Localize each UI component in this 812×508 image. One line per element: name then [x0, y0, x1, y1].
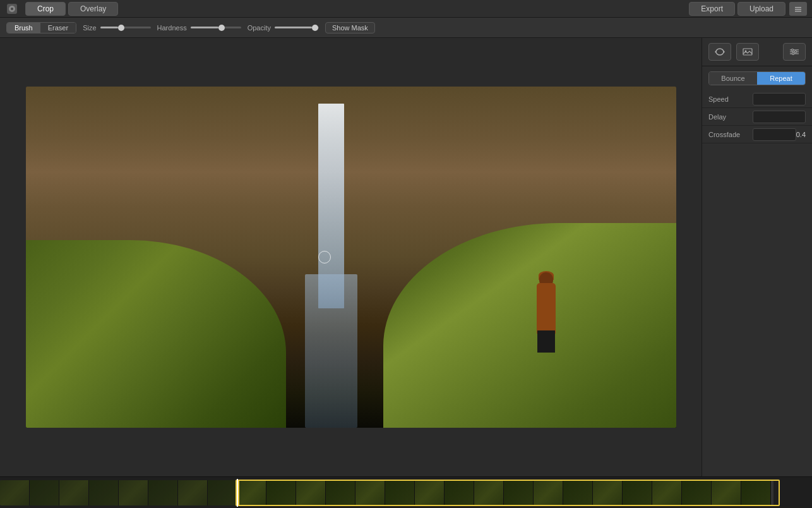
window-control[interactable] [789, 2, 807, 16]
scene [26, 87, 676, 428]
person-legs [537, 330, 555, 353]
film-frame [296, 480, 326, 505]
size-track[interactable] [100, 27, 151, 28]
film-frame [682, 480, 712, 505]
svg-rect-5 [795, 11, 801, 12]
hardness-track[interactable] [191, 27, 241, 28]
delay-label: Delay [708, 113, 753, 121]
loop-icon-button[interactable] [708, 43, 731, 61]
svg-rect-8 [743, 49, 752, 55]
sidebar-icons-row [702, 38, 812, 66]
size-fill [100, 27, 118, 28]
app-icon [5, 2, 19, 16]
filmstrip-left-segment [0, 480, 237, 505]
canvas-area [0, 38, 702, 476]
brush-eraser-group: Brush Eraser [6, 22, 76, 33]
export-button[interactable]: Export [689, 2, 735, 16]
film-frame [593, 480, 623, 505]
opacity-label: Opacity [248, 24, 271, 32]
hardness-slider-group: Hardness [157, 24, 241, 32]
crossfade-label: Crossfade [708, 131, 753, 138]
opacity-slider-group: Opacity [248, 24, 319, 32]
film-frame [178, 480, 208, 505]
film-frame [0, 480, 30, 505]
upload-button[interactable]: Upload [737, 2, 785, 16]
opacity-track[interactable] [275, 27, 319, 28]
bounce-button[interactable]: Bounce [709, 72, 757, 85]
film-frame [266, 480, 296, 505]
sidebar: Bounce Repeat Speed Delay Crossfade 0.4 [702, 38, 812, 476]
waterfall [318, 104, 344, 308]
svg-point-2 [11, 8, 13, 10]
eraser-button[interactable]: Eraser [40, 23, 76, 33]
svg-point-13 [792, 49, 794, 51]
size-slider-group: Size [83, 24, 150, 32]
film-frame [741, 480, 771, 505]
hardness-fill [191, 27, 218, 28]
person [534, 277, 559, 353]
film-frame [712, 480, 741, 505]
svg-point-15 [792, 53, 794, 55]
delay-input[interactable] [753, 111, 806, 123]
filmstrip-track[interactable] [0, 479, 812, 507]
film-frame [237, 480, 266, 505]
speed-row: Speed [702, 90, 812, 108]
film-frame [474, 480, 504, 505]
main-content: Bounce Repeat Speed Delay Crossfade 0.4 [0, 38, 812, 476]
opacity-fill [275, 27, 313, 28]
film-frame [652, 480, 682, 505]
film-frame [504, 480, 534, 505]
film-frame [534, 480, 563, 505]
svg-marker-7 [715, 51, 716, 53]
size-label: Size [83, 24, 96, 32]
image-canvas[interactable] [26, 87, 676, 428]
film-frame [563, 480, 593, 505]
brush-button[interactable]: Brush [7, 23, 40, 33]
film-frame [415, 480, 445, 505]
film-frame [119, 480, 148, 505]
playhead[interactable] [237, 479, 238, 507]
film-frame [89, 480, 119, 505]
film-frame [385, 480, 415, 505]
film-frame [208, 480, 237, 505]
person-body [537, 283, 556, 334]
film-frame [148, 480, 178, 505]
filmstrip-area [0, 476, 812, 508]
svg-marker-6 [724, 51, 725, 53]
speed-label: Speed [708, 95, 753, 103]
crossfade-value: 0.4 [796, 131, 806, 138]
svg-rect-3 [795, 7, 801, 8]
opacity-thumb[interactable] [312, 25, 318, 31]
film-frame [59, 480, 89, 505]
film-frame [355, 480, 385, 505]
delay-row: Delay [702, 108, 812, 126]
hardness-thumb[interactable] [218, 25, 225, 31]
speed-input[interactable] [753, 93, 806, 106]
gallery-icon-button[interactable] [736, 43, 759, 61]
svg-point-14 [795, 51, 797, 53]
svg-rect-4 [795, 9, 801, 10]
film-frame [30, 480, 59, 505]
top-bar: Crop Overlay Export Upload [0, 0, 812, 18]
crossfade-row: Crossfade 0.4 [702, 126, 812, 143]
settings-icon-button[interactable] [783, 43, 806, 61]
bounce-repeat-row: Bounce Repeat [708, 71, 806, 85]
size-thumb[interactable] [118, 25, 124, 31]
repeat-button[interactable]: Repeat [757, 72, 805, 85]
film-frame [445, 480, 474, 505]
crop-tab[interactable]: Crop [25, 2, 66, 16]
show-mask-button[interactable]: Show Mask [325, 22, 375, 33]
crossfade-input[interactable] [753, 128, 796, 141]
filmstrip-right-segment [237, 480, 773, 505]
film-frame [326, 480, 355, 505]
hardness-label: Hardness [157, 24, 187, 32]
overlay-tab[interactable]: Overlay [68, 2, 118, 16]
toolbar: Brush Eraser Size Hardness Opacity Show … [0, 18, 812, 38]
film-frame [623, 480, 652, 505]
